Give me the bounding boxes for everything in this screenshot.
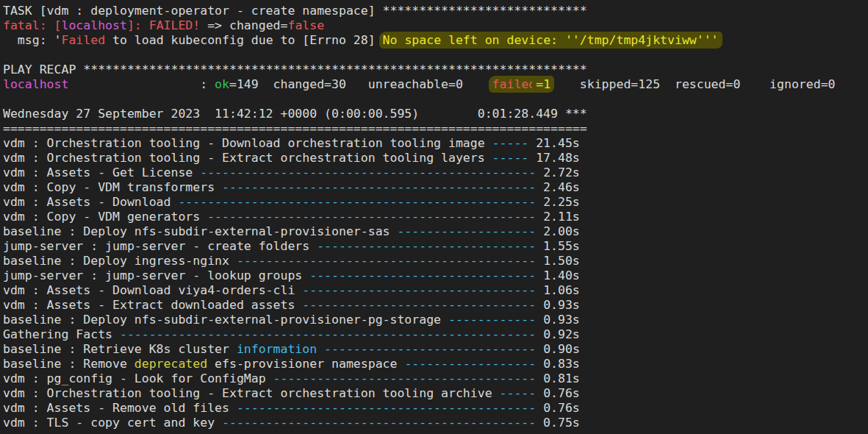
text-segment xyxy=(536,401,543,415)
dash-leader: ----------------------------------------… xyxy=(200,166,536,179)
task-duration: 1.50s xyxy=(543,254,580,268)
ok-count: ok xyxy=(215,77,229,91)
text-segment xyxy=(536,357,543,371)
text-segment: vdm : Orchestration tooling - Extract or… xyxy=(3,151,492,165)
text-segment: msg: ' xyxy=(3,33,61,47)
text-segment xyxy=(536,283,543,297)
text-segment: => changed= xyxy=(200,18,287,32)
dash-leader: ----- xyxy=(500,386,537,400)
no-space-highlight: No space left on device: ''/tmp/tmp4jktv… xyxy=(379,32,722,49)
text-segment: vdm : Assets - Extract downloaded assets xyxy=(3,298,302,312)
text-segment xyxy=(536,195,543,209)
text-segment: Wednesday 27 September 2023 11:42:12 +00… xyxy=(3,107,587,121)
text-segment xyxy=(536,371,543,385)
dash-leader: ----------------------------------------… xyxy=(207,210,536,224)
text-segment: to load kubeconfig due to [Errno 28] xyxy=(105,33,383,47)
dash-leader: ----------------------------- xyxy=(324,342,536,356)
timing-header: Wednesday 27 September 2023 11:42:12 +00… xyxy=(3,107,868,121)
timing-row: vdm : Assets - Extract downloaded assets… xyxy=(3,298,868,313)
dash-leader: -------------------------------- xyxy=(302,298,536,312)
text-segment: skipped=125 rescued=0 ignored=0 xyxy=(550,77,835,91)
play-recap-banner: PLAY RECAP *****************************… xyxy=(3,63,868,77)
timing-row: vdm : Copy - VDM transformers ----------… xyxy=(3,180,868,195)
recap-line: localhost : ok=149 changed=30 unreachabl… xyxy=(3,77,868,92)
task-duration: 0.93s xyxy=(543,313,580,327)
separator-equals: ========================================… xyxy=(3,121,587,135)
terminal-output[interactable]: TASK [vdm : deployment-operator - create… xyxy=(0,0,868,434)
text-segment xyxy=(528,151,536,165)
task-duration: 0.75s xyxy=(543,416,580,430)
text-segment xyxy=(536,254,543,268)
text-segment: baseline : Retrieve K8s cluster xyxy=(3,342,237,356)
dash-leader: ------------ xyxy=(448,313,536,327)
task-duration: 2.72s xyxy=(543,166,580,179)
dash-leader: ----- xyxy=(492,151,529,165)
timing-row: baseline : Deploy nfs-subdir-external-pr… xyxy=(3,224,868,239)
text-segment xyxy=(536,268,543,282)
dash-leader: ----------------------------------------… xyxy=(237,401,536,415)
text-segment xyxy=(317,342,324,356)
timing-row: vdm : Orchestration tooling - Extract or… xyxy=(3,151,868,166)
timing-row: vdm : Orchestration tooling - Download o… xyxy=(3,136,868,151)
text-segment xyxy=(536,166,543,179)
text-segment xyxy=(536,210,543,224)
text-segment: jump-server : jump-server - create folde… xyxy=(3,239,317,253)
task-duration: 0.83s xyxy=(543,357,580,371)
dash-leader: ----------------------------------------… xyxy=(222,180,536,194)
keyword-information: information xyxy=(237,342,317,356)
text-segment: baseline : Remove xyxy=(3,357,134,371)
task-duration: 1.55s xyxy=(543,239,580,253)
dash-leader: -------------------------------- xyxy=(302,283,536,297)
dash-leader: ----------------------------------------… xyxy=(120,327,536,341)
text-segment: Gathering Facts xyxy=(3,327,120,341)
dash-leader: ------------------ xyxy=(404,357,536,371)
dash-leader: ----------------------------------------… xyxy=(178,195,536,209)
text-segment: vdm : Assets - Get License xyxy=(3,166,200,179)
task-duration: 0.90s xyxy=(543,342,580,356)
error-msg-line: msg: 'Failed to load kubeconfig due to [… xyxy=(3,33,868,48)
task-duration: 2.00s xyxy=(543,224,580,238)
text-segment: vdm : Assets - Download viya4-orders-cli xyxy=(3,283,302,297)
task-duration: 2.46s xyxy=(543,180,580,194)
text-segment: PLAY RECAP xyxy=(3,63,83,77)
timing-row: baseline : Deploy nfs-subdir-external-pr… xyxy=(3,313,868,327)
task-duration: 2.25s xyxy=(543,195,580,209)
banner-asterisks: **************************** xyxy=(383,4,587,18)
text-segment xyxy=(536,342,543,356)
task-duration: 0.93s xyxy=(543,298,580,312)
timing-row: vdm : Assets - Remove old files --------… xyxy=(3,401,868,416)
timing-row: jump-server : jump-server - lookup group… xyxy=(3,268,868,283)
text-segment: baseline : Deploy nfs-subdir-external-pr… xyxy=(3,313,448,327)
timing-row: jump-server : jump-server - create folde… xyxy=(3,239,868,254)
text-segment: baseline : Deploy ingress-nginx xyxy=(3,254,237,268)
timing-row: vdm : pg_config - Look for ConfigMap ---… xyxy=(3,371,868,386)
text-segment: vdm : pg_config - Look for ConfigMap xyxy=(3,371,273,385)
dash-leader: ------------------- xyxy=(397,224,536,238)
task-duration: 1.40s xyxy=(543,268,580,282)
timing-row: baseline : Remove deprecated efs-provisi… xyxy=(3,357,868,371)
fatal-line: fatal: [localhost]: FAILED! => changed=f… xyxy=(3,18,868,33)
blank-line xyxy=(3,92,868,107)
separator-line: ========================================… xyxy=(3,121,868,136)
text-segment: : xyxy=(68,77,215,91)
text-segment: =149 changed=30 unreachable=0 xyxy=(229,77,492,91)
keyword-deprecated: deprecated xyxy=(134,357,207,371)
text-segment xyxy=(536,313,543,327)
task-duration: 1.06s xyxy=(543,283,580,297)
text-segment: fatal: [ xyxy=(3,18,61,32)
banner-asterisks: ****************************************… xyxy=(83,63,587,77)
text-segment xyxy=(536,224,543,238)
text-segment: false xyxy=(287,18,324,32)
text-segment: vdm : Copy - VDM generators xyxy=(3,210,207,224)
host-name: localhost xyxy=(61,18,126,32)
text-segment: vdm : Orchestration tooling - Extract or… xyxy=(3,386,500,400)
text-segment: TASK [vdm : deployment-operator - create… xyxy=(3,4,383,18)
dash-leader: ----------------------------------------… xyxy=(222,416,536,430)
text-segment xyxy=(536,386,543,400)
timing-row: vdm : Assets - Download ----------------… xyxy=(3,195,868,210)
text-segment xyxy=(536,180,543,194)
task-banner: TASK [vdm : deployment-operator - create… xyxy=(3,4,868,18)
dash-leader: ------------------------------ xyxy=(317,239,536,253)
text-segment: vdm : Orchestration tooling - Download o… xyxy=(3,136,492,150)
text-segment: vdm : Assets - Remove old files xyxy=(3,401,237,415)
